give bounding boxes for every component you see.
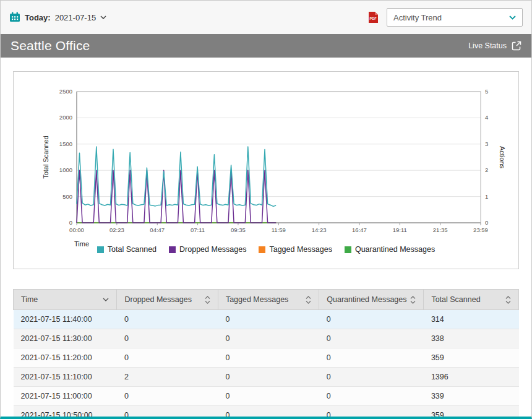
legend-swatch bbox=[345, 246, 351, 253]
svg-text:2500: 2500 bbox=[59, 88, 72, 95]
svg-text:Total Scanned: Total Scanned bbox=[42, 136, 49, 179]
svg-text:11:59: 11:59 bbox=[272, 227, 286, 233]
column-header-time[interactable]: Time bbox=[14, 290, 117, 310]
legend-swatch bbox=[259, 246, 265, 253]
legend-item[interactable]: Dropped Messages bbox=[169, 245, 246, 254]
chart-panel: 0500100015002000250001234500:0002:2304:4… bbox=[13, 71, 519, 269]
table-cell: 1396 bbox=[424, 368, 519, 387]
legend-item[interactable]: Total Scanned bbox=[97, 245, 157, 254]
svg-text:Actions: Actions bbox=[499, 146, 506, 169]
topbar: Today: 2021-07-15 PDF Activity Trend bbox=[1, 1, 531, 34]
table-cell: 0 bbox=[218, 368, 319, 387]
sort-icon bbox=[505, 296, 511, 304]
svg-text:16:47: 16:47 bbox=[352, 227, 367, 233]
table-header-row: TimeDropped MessagesTagged MessagesQuara… bbox=[14, 290, 519, 310]
legend-label: Quarantined Messages bbox=[355, 245, 435, 254]
svg-text:1000: 1000 bbox=[59, 166, 72, 173]
sort-icon bbox=[205, 296, 210, 304]
column-header-total-scanned[interactable]: Total Scanned bbox=[424, 290, 519, 310]
sort-icon bbox=[410, 296, 416, 304]
column-label: Total Scanned bbox=[431, 295, 480, 304]
legend-label: Tagged Messages bbox=[269, 245, 332, 254]
table-cell: 2021-07-15 11:30:00 bbox=[14, 329, 117, 348]
date-picker[interactable]: Today: 2021-07-15 bbox=[9, 12, 106, 23]
table-cell: 0 bbox=[117, 348, 218, 368]
legend-swatch bbox=[97, 246, 104, 253]
table-row[interactable]: 2021-07-15 10:50:00000359 bbox=[14, 406, 519, 419]
svg-text:02:23: 02:23 bbox=[109, 227, 124, 233]
legend-item[interactable]: Tagged Messages bbox=[259, 245, 332, 254]
svg-text:00:00: 00:00 bbox=[69, 227, 84, 233]
table-row[interactable]: 2021-07-15 11:10:002001396 bbox=[14, 368, 519, 387]
report-type-select[interactable]: Activity Trend bbox=[387, 8, 523, 27]
table-cell: 0 bbox=[319, 310, 424, 329]
column-header-tagged-messages[interactable]: Tagged Messages bbox=[218, 290, 319, 310]
column-label: Time bbox=[21, 295, 38, 304]
table-cell: 2021-07-15 11:20:00 bbox=[14, 348, 117, 368]
table-cell: 359 bbox=[424, 348, 519, 368]
table-cell: 2021-07-15 11:10:00 bbox=[14, 368, 117, 387]
table-cell: 0 bbox=[319, 368, 424, 387]
table-cell: 2 bbox=[117, 368, 218, 387]
svg-text:3: 3 bbox=[485, 140, 488, 147]
table-cell: 0 bbox=[117, 387, 218, 406]
svg-text:21:35: 21:35 bbox=[433, 227, 448, 233]
page-title: Seattle Office bbox=[11, 38, 90, 53]
table-cell: 0 bbox=[218, 348, 319, 368]
column-label: Quarantined Messages bbox=[327, 295, 406, 304]
table-cell: 338 bbox=[424, 329, 519, 348]
chevron-down-icon bbox=[103, 298, 109, 301]
table-body: 2021-07-15 11:40:000003142021-07-15 11:3… bbox=[14, 310, 519, 419]
table-cell: 0 bbox=[319, 348, 424, 368]
svg-text:07:11: 07:11 bbox=[191, 227, 205, 233]
legend-item[interactable]: Quarantined Messages bbox=[345, 245, 435, 254]
table-row[interactable]: 2021-07-15 11:30:00000338 bbox=[14, 329, 519, 348]
table-cell: 0 bbox=[218, 406, 319, 419]
svg-text:PDF: PDF bbox=[370, 17, 377, 20]
table-cell: 0 bbox=[218, 329, 319, 348]
table-cell: 0 bbox=[218, 310, 319, 329]
table-cell: 0 bbox=[117, 329, 218, 348]
table-cell: 0 bbox=[319, 406, 424, 419]
external-link-icon bbox=[512, 41, 521, 51]
svg-text:0: 0 bbox=[485, 219, 488, 226]
svg-text:19:11: 19:11 bbox=[393, 227, 407, 233]
column-header-dropped-messages[interactable]: Dropped Messages bbox=[117, 290, 218, 310]
table-row[interactable]: 2021-07-15 11:40:00000314 bbox=[14, 310, 519, 329]
svg-text:0: 0 bbox=[69, 219, 72, 226]
table-cell: 339 bbox=[424, 387, 519, 406]
sort-icon bbox=[306, 296, 311, 304]
svg-text:1: 1 bbox=[485, 193, 488, 200]
live-status-link[interactable]: Live Status bbox=[468, 41, 521, 51]
svg-text:23:59: 23:59 bbox=[473, 227, 488, 233]
svg-text:2000: 2000 bbox=[59, 114, 72, 121]
calendar-icon bbox=[9, 12, 20, 23]
svg-text:500: 500 bbox=[62, 193, 72, 200]
table-cell: 2021-07-15 11:40:00 bbox=[14, 310, 117, 329]
chevron-down-icon bbox=[100, 15, 106, 19]
table-cell: 359 bbox=[424, 406, 519, 419]
svg-text:4: 4 bbox=[485, 114, 488, 121]
table-cell: 0 bbox=[319, 329, 424, 348]
table-row[interactable]: 2021-07-15 11:20:00000359 bbox=[14, 348, 519, 368]
svg-text:09:35: 09:35 bbox=[231, 227, 246, 233]
table-cell: 0 bbox=[218, 387, 319, 406]
column-header-quarantined-messages[interactable]: Quarantined Messages bbox=[319, 290, 424, 310]
chart-legend: Total ScannedDropped MessagesTagged Mess… bbox=[14, 245, 518, 254]
pdf-export-icon[interactable]: PDF bbox=[368, 11, 379, 24]
svg-text:1500: 1500 bbox=[59, 140, 72, 147]
report-type-value: Activity Trend bbox=[393, 13, 442, 22]
topbar-actions: PDF Activity Trend bbox=[368, 8, 523, 27]
table-cell: 0 bbox=[319, 387, 424, 406]
activity-trend-chart: 0500100015002000250001234500:0002:2304:4… bbox=[22, 84, 511, 250]
svg-text:04:47: 04:47 bbox=[150, 227, 165, 233]
legend-swatch bbox=[169, 246, 176, 253]
live-status-label: Live Status bbox=[468, 41, 507, 50]
main-content: 0500100015002000250001234500:0002:2304:4… bbox=[1, 58, 531, 419]
today-label: Today: bbox=[25, 13, 51, 22]
svg-text:5: 5 bbox=[485, 88, 488, 95]
table-row[interactable]: 2021-07-15 11:00:00000339 bbox=[14, 387, 519, 406]
svg-text:14:23: 14:23 bbox=[312, 227, 327, 233]
selected-date: 2021-07-15 bbox=[55, 13, 97, 22]
table-cell: 0 bbox=[117, 310, 218, 329]
